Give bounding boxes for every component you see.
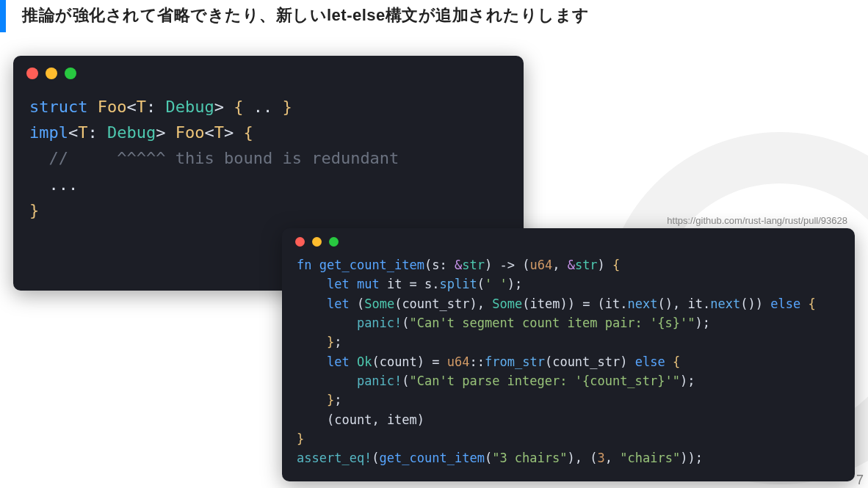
- maximize-icon: [329, 237, 339, 247]
- code-block-1: struct Foo<T: Debug> { .. } impl<T: Debu…: [13, 84, 524, 241]
- close-icon: [295, 237, 305, 247]
- slide-heading: 推論が強化されて省略できたり、新しいlet-else構文が追加されたりします: [22, 4, 590, 26]
- heading-accent-bar: [0, 0, 6, 32]
- maximize-icon: [65, 68, 76, 79]
- window-controls: [13, 56, 524, 84]
- source-url: https://github.com/rust-lang/rust/pull/9…: [667, 215, 847, 226]
- code-window-2: fn get_count_item(s: &str) -> (u64, &str…: [282, 228, 855, 481]
- close-icon: [26, 68, 38, 79]
- minimize-icon: [46, 68, 57, 79]
- window-controls: [282, 228, 855, 248]
- code-block-2: fn get_count_item(s: &str) -> (u64, &str…: [282, 248, 855, 483]
- page-number: 7: [856, 473, 864, 488]
- minimize-icon: [312, 237, 322, 247]
